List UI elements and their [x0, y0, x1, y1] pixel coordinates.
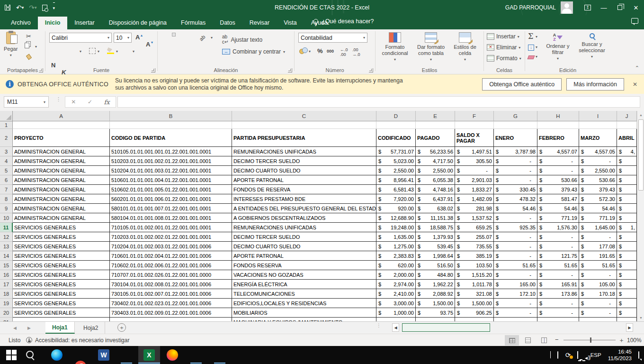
cell-A4[interactable]: ADMINISTRACION GENERAL	[13, 156, 110, 166]
cell-F14[interactable]: $385.19	[455, 251, 494, 261]
cell-C13[interactable]: DECIMO CUARTO SUELDO	[232, 242, 376, 251]
cell-E20[interactable]: $93.75	[416, 308, 455, 318]
start-button-icon[interactable]	[6, 349, 17, 361]
name-box-dropdown-icon[interactable]: ▾	[44, 100, 45, 104]
ribbon-tab-f-rmulas[interactable]: Fórmulas	[174, 17, 213, 29]
cell-J8[interactable]: $	[617, 194, 637, 204]
clear-icon[interactable]: ▾	[528, 54, 534, 61]
row-header-2[interactable]: 2	[0, 129, 13, 147]
font-name-select[interactable]: Calibri▾	[49, 33, 112, 43]
column-header-E[interactable]: E	[416, 111, 455, 121]
cell-H17[interactable]: $165.91	[537, 280, 579, 289]
row-header-13[interactable]: 13	[0, 242, 13, 251]
get-office-button[interactable]: Obtenga Office auténtico	[482, 78, 562, 91]
restore-icon[interactable]	[612, 0, 628, 15]
align-right-icon[interactable]	[183, 46, 187, 50]
enter-icon[interactable]: ✓	[88, 99, 92, 105]
cell-I16[interactable]: $-	[579, 270, 617, 280]
cell-F7[interactable]: $1,833.27	[455, 185, 494, 194]
cell-C21[interactable]: MAQUINARIA Y EQUIPOS /MANTENIMIENTO	[232, 318, 376, 321]
cancel-icon[interactable]: ✕	[71, 99, 76, 105]
cell-G3[interactable]: $3,787.98	[494, 147, 537, 156]
cell-J1[interactable]	[617, 121, 637, 129]
cell-G7[interactable]: $330.45	[494, 185, 537, 194]
cell-C3[interactable]: REMUNERACIONES UNIFICADAS	[232, 147, 376, 156]
cell-A10[interactable]: ADMINISTRACION GENERAL	[13, 213, 110, 223]
cell-I2[interactable]: MARZO	[579, 129, 617, 147]
find-select-button[interactable]: Buscar y seleccionar▾	[575, 33, 608, 60]
insert-function-icon[interactable]: fx	[104, 99, 110, 106]
cell-F18[interactable]: $321.08	[455, 289, 494, 299]
ribbon-tab-vista[interactable]: Vista	[277, 17, 304, 29]
cell-D11[interactable]: $19,248.00	[376, 223, 416, 232]
font-dialog-launcher-icon[interactable]	[151, 68, 155, 73]
cell-H6[interactable]: $530.66	[537, 175, 579, 185]
delete-cells-button[interactable]: ✕Eliminar▾	[487, 44, 520, 51]
cell-H11[interactable]: $1,576.30	[537, 223, 579, 232]
cell-C16[interactable]: VACACIONES NO GOZADAS	[232, 270, 376, 280]
cell-D4[interactable]: $5,023.00	[376, 156, 416, 166]
cell-G21[interactable]	[494, 318, 537, 321]
cell-J5[interactable]: $	[617, 166, 637, 175]
zoom-out-icon[interactable]: −	[555, 336, 559, 343]
underline-dropdown-icon[interactable]: ▾	[80, 49, 81, 54]
zoom-slider[interactable]	[564, 340, 616, 340]
cell-J17[interactable]: $	[617, 280, 637, 289]
cell-J19[interactable]: $	[617, 299, 637, 308]
cell-A17[interactable]: SERVICIOS GENERALES	[13, 280, 110, 289]
align-center-icon[interactable]	[172, 46, 176, 50]
align-top-icon[interactable]	[161, 33, 164, 36]
cell-E14[interactable]: $1,998.64	[416, 251, 455, 261]
cell-E13[interactable]: $539.45	[416, 242, 455, 251]
cell-H16[interactable]: $-	[537, 270, 579, 280]
cell-G6[interactable]: $-	[494, 175, 537, 185]
cell-E18[interactable]: $2,088.92	[416, 289, 455, 299]
cell-H19[interactable]: $-	[537, 299, 579, 308]
cell-G4[interactable]: $-	[494, 156, 537, 166]
cell-H10[interactable]: $771.19	[537, 213, 579, 223]
cell-J21[interactable]	[617, 318, 637, 321]
ribbon-tab-insertar[interactable]: Insertar	[67, 17, 101, 29]
row-header-16[interactable]: 16	[0, 270, 13, 280]
ribbon-tab-inicio[interactable]: Inicio	[38, 17, 68, 29]
cell-J18[interactable]: $	[617, 289, 637, 299]
copy-icon[interactable]: ▾	[25, 43, 29, 48]
format-as-table-button[interactable]: Dar formato como tabla▾	[413, 32, 448, 63]
cell-F20[interactable]: $906.25	[455, 308, 494, 318]
row-header-3[interactable]: 3	[0, 147, 13, 156]
cell-D18[interactable]: $2,410.00	[376, 289, 416, 299]
new-sheet-icon[interactable]: ＋	[117, 323, 126, 332]
cell-B12[interactable]: 710203.01.01.002.002.01.22.001.001.0001	[110, 232, 232, 242]
cell-H12[interactable]: $-	[537, 232, 579, 242]
print-preview-icon[interactable]	[42, 2, 47, 13]
clipboard-dialog-launcher-icon[interactable]	[39, 68, 43, 73]
cell-C12[interactable]: DECIMO TERCER SUELDO	[232, 232, 376, 242]
cell-F5[interactable]: $-	[455, 166, 494, 175]
zoom-slider-handle[interactable]	[590, 337, 591, 343]
accessibility-icon[interactable]	[26, 337, 32, 343]
cell-E19[interactable]: $1,500.00	[416, 299, 455, 308]
row-header-6[interactable]: 6	[0, 175, 13, 185]
avatar[interactable]	[561, 1, 573, 14]
cell-I8[interactable]: $572.30	[579, 194, 617, 204]
cell-A19[interactable]: SERVICIOS GENERALES	[13, 299, 110, 308]
cell-E15[interactable]: $516.50	[416, 261, 455, 270]
cell-J10[interactable]: $	[617, 213, 637, 223]
cell-A8[interactable]: ADMINISTRACION GENERAL	[13, 194, 110, 204]
cell-D5[interactable]: $2,550.00	[376, 166, 416, 175]
wrap-text-button[interactable]: abc↵ Ajustar texto	[222, 34, 262, 45]
number-dialog-launcher-icon[interactable]	[369, 68, 373, 73]
cell-G16[interactable]: $-	[494, 270, 537, 280]
cell-F2[interactable]: SALDO X PAGAR	[455, 129, 494, 147]
firefox-icon[interactable]	[167, 349, 178, 361]
customize-qat-icon[interactable]: ▾	[53, 2, 55, 13]
cell-G19[interactable]: $-	[494, 299, 537, 308]
cell-A21[interactable]	[13, 318, 110, 321]
cell-D13[interactable]: $1,275.00	[376, 242, 416, 251]
cell-B10[interactable]: 580104.01.01.001.008.01.22.001.001.0001	[110, 213, 232, 223]
cell-G15[interactable]: $51.65	[494, 261, 537, 270]
row-header-7[interactable]: 7	[0, 185, 13, 194]
column-header-G[interactable]: G	[494, 111, 537, 121]
cell-B1[interactable]	[110, 121, 232, 129]
cell-F4[interactable]: $305.50	[455, 156, 494, 166]
